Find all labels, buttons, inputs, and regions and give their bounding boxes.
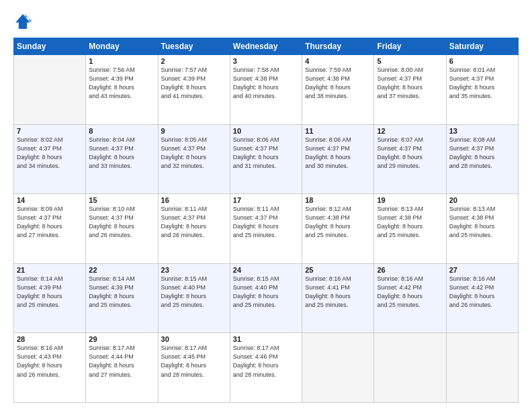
day-number: 11 xyxy=(305,127,371,135)
day-number: 7 xyxy=(17,127,83,135)
day-number: 31 xyxy=(233,335,299,343)
day-info: Sunrise: 8:16 AM Sunset: 4:42 PM Dayligh… xyxy=(449,275,515,310)
day-info: Sunrise: 8:11 AM Sunset: 4:37 PM Dayligh… xyxy=(233,205,299,240)
calendar-cell-1-7: 6Sunrise: 8:01 AM Sunset: 4:37 PM Daylig… xyxy=(446,55,518,125)
day-number: 12 xyxy=(377,127,443,135)
day-info: Sunrise: 8:17 AM Sunset: 4:44 PM Dayligh… xyxy=(89,344,154,379)
day-number: 10 xyxy=(233,127,299,135)
day-number: 20 xyxy=(449,196,515,204)
day-info: Sunrise: 7:59 AM Sunset: 4:38 PM Dayligh… xyxy=(305,66,371,101)
header xyxy=(13,12,519,31)
calendar-cell-5-3: 30Sunrise: 8:17 AM Sunset: 4:45 PM Dayli… xyxy=(158,333,230,403)
calendar-cell-2-2: 8Sunrise: 8:04 AM Sunset: 4:37 PM Daylig… xyxy=(86,124,158,194)
calendar-cell-3-1: 14Sunrise: 8:09 AM Sunset: 4:37 PM Dayli… xyxy=(14,194,86,264)
calendar-cell-2-6: 12Sunrise: 8:07 AM Sunset: 4:37 PM Dayli… xyxy=(374,124,446,194)
calendar-cell-1-4: 3Sunrise: 7:58 AM Sunset: 4:38 PM Daylig… xyxy=(230,55,302,125)
day-number: 30 xyxy=(161,335,227,343)
day-info: Sunrise: 8:05 AM Sunset: 4:37 PM Dayligh… xyxy=(161,136,227,171)
day-info: Sunrise: 8:10 AM Sunset: 4:37 PM Dayligh… xyxy=(89,205,154,240)
day-info: Sunrise: 8:01 AM Sunset: 4:37 PM Dayligh… xyxy=(449,66,515,101)
day-number: 5 xyxy=(377,57,443,65)
day-number: 1 xyxy=(89,57,154,65)
calendar-cell-2-7: 13Sunrise: 8:08 AM Sunset: 4:37 PM Dayli… xyxy=(446,124,518,194)
day-info: Sunrise: 8:13 AM Sunset: 4:38 PM Dayligh… xyxy=(377,205,443,240)
day-number: 14 xyxy=(17,196,83,204)
calendar-row-1: 1Sunrise: 7:56 AM Sunset: 4:39 PM Daylig… xyxy=(14,55,519,125)
calendar-cell-1-6: 5Sunrise: 8:00 AM Sunset: 4:37 PM Daylig… xyxy=(374,55,446,125)
day-number: 26 xyxy=(377,266,443,274)
svg-marker-0 xyxy=(15,14,30,29)
day-info: Sunrise: 7:57 AM Sunset: 4:39 PM Dayligh… xyxy=(161,66,227,101)
day-number: 6 xyxy=(449,57,515,65)
day-number: 8 xyxy=(89,127,154,135)
calendar-cell-4-2: 22Sunrise: 8:14 AM Sunset: 4:39 PM Dayli… xyxy=(86,263,158,333)
calendar-cell-5-6 xyxy=(374,333,446,403)
day-number: 4 xyxy=(305,57,371,65)
logo xyxy=(13,12,35,31)
day-info: Sunrise: 8:08 AM Sunset: 4:37 PM Dayligh… xyxy=(449,136,515,171)
day-info: Sunrise: 7:56 AM Sunset: 4:39 PM Dayligh… xyxy=(89,66,154,101)
weekday-sunday: Sunday xyxy=(14,38,86,55)
day-info: Sunrise: 8:06 AM Sunset: 4:37 PM Dayligh… xyxy=(233,136,299,171)
day-number: 19 xyxy=(377,196,443,204)
calendar-cell-5-1: 28Sunrise: 8:16 AM Sunset: 4:43 PM Dayli… xyxy=(14,333,86,403)
day-number: 16 xyxy=(161,196,227,204)
calendar-cell-4-1: 21Sunrise: 8:14 AM Sunset: 4:39 PM Dayli… xyxy=(14,263,86,333)
day-number: 13 xyxy=(449,127,515,135)
day-info: Sunrise: 8:11 AM Sunset: 4:37 PM Dayligh… xyxy=(161,205,227,240)
calendar-cell-5-2: 29Sunrise: 8:17 AM Sunset: 4:44 PM Dayli… xyxy=(86,333,158,403)
day-info: Sunrise: 8:15 AM Sunset: 4:40 PM Dayligh… xyxy=(161,275,227,310)
day-number: 27 xyxy=(449,266,515,274)
day-info: Sunrise: 8:13 AM Sunset: 4:38 PM Dayligh… xyxy=(449,205,515,240)
calendar-cell-1-2: 1Sunrise: 7:56 AM Sunset: 4:39 PM Daylig… xyxy=(86,55,158,125)
calendar-cell-5-4: 31Sunrise: 8:17 AM Sunset: 4:46 PM Dayli… xyxy=(230,333,302,403)
day-info: Sunrise: 8:14 AM Sunset: 4:39 PM Dayligh… xyxy=(17,275,83,310)
day-info: Sunrise: 8:02 AM Sunset: 4:37 PM Dayligh… xyxy=(17,136,83,171)
day-info: Sunrise: 8:04 AM Sunset: 4:37 PM Dayligh… xyxy=(89,136,154,171)
day-info: Sunrise: 8:16 AM Sunset: 4:41 PM Dayligh… xyxy=(305,275,371,310)
day-number: 17 xyxy=(233,196,299,204)
calendar-cell-2-1: 7Sunrise: 8:02 AM Sunset: 4:37 PM Daylig… xyxy=(14,124,86,194)
calendar-cell-4-4: 24Sunrise: 8:15 AM Sunset: 4:40 PM Dayli… xyxy=(230,263,302,333)
day-info: Sunrise: 8:16 AM Sunset: 4:43 PM Dayligh… xyxy=(17,344,83,379)
day-info: Sunrise: 8:15 AM Sunset: 4:40 PM Dayligh… xyxy=(233,275,299,310)
day-number: 23 xyxy=(161,266,227,274)
weekday-friday: Friday xyxy=(374,38,446,55)
calendar-cell-1-5: 4Sunrise: 7:59 AM Sunset: 4:38 PM Daylig… xyxy=(302,55,374,125)
weekday-thursday: Thursday xyxy=(302,38,374,55)
calendar-cell-2-4: 10Sunrise: 8:06 AM Sunset: 4:37 PM Dayli… xyxy=(230,124,302,194)
calendar-row-2: 7Sunrise: 8:02 AM Sunset: 4:37 PM Daylig… xyxy=(14,124,519,194)
day-info: Sunrise: 8:17 AM Sunset: 4:46 PM Dayligh… xyxy=(233,344,299,379)
day-info: Sunrise: 8:00 AM Sunset: 4:37 PM Dayligh… xyxy=(377,66,443,101)
calendar-cell-5-7 xyxy=(446,333,518,403)
day-info: Sunrise: 8:14 AM Sunset: 4:39 PM Dayligh… xyxy=(89,275,154,310)
calendar-row-4: 21Sunrise: 8:14 AM Sunset: 4:39 PM Dayli… xyxy=(14,263,519,333)
calendar-cell-1-1 xyxy=(14,55,86,125)
calendar-cell-4-6: 26Sunrise: 8:16 AM Sunset: 4:42 PM Dayli… xyxy=(374,263,446,333)
calendar-cell-4-7: 27Sunrise: 8:16 AM Sunset: 4:42 PM Dayli… xyxy=(446,263,518,333)
day-number: 3 xyxy=(233,57,299,65)
calendar-cell-3-2: 15Sunrise: 8:10 AM Sunset: 4:37 PM Dayli… xyxy=(86,194,158,264)
calendar: SundayMondayTuesdayWednesdayThursdayFrid… xyxy=(13,38,519,403)
day-number: 9 xyxy=(161,127,227,135)
weekday-wednesday: Wednesday xyxy=(230,38,302,55)
weekday-tuesday: Tuesday xyxy=(158,38,230,55)
day-number: 24 xyxy=(233,266,299,274)
day-number: 25 xyxy=(305,266,371,274)
day-info: Sunrise: 8:16 AM Sunset: 4:42 PM Dayligh… xyxy=(377,275,443,310)
page: SundayMondayTuesdayWednesdayThursdayFrid… xyxy=(0,0,532,411)
calendar-cell-2-3: 9Sunrise: 8:05 AM Sunset: 4:37 PM Daylig… xyxy=(158,124,230,194)
day-number: 15 xyxy=(89,196,154,204)
logo-icon xyxy=(13,12,32,31)
calendar-cell-3-5: 18Sunrise: 8:12 AM Sunset: 4:38 PM Dayli… xyxy=(302,194,374,264)
day-number: 29 xyxy=(89,335,154,343)
calendar-row-5: 28Sunrise: 8:16 AM Sunset: 4:43 PM Dayli… xyxy=(14,333,519,403)
day-number: 18 xyxy=(305,196,371,204)
day-info: Sunrise: 8:07 AM Sunset: 4:37 PM Dayligh… xyxy=(377,136,443,171)
day-number: 2 xyxy=(161,57,227,65)
day-info: Sunrise: 8:09 AM Sunset: 4:37 PM Dayligh… xyxy=(17,205,83,240)
calendar-cell-3-3: 16Sunrise: 8:11 AM Sunset: 4:37 PM Dayli… xyxy=(158,194,230,264)
day-number: 21 xyxy=(17,266,83,274)
day-info: Sunrise: 8:17 AM Sunset: 4:45 PM Dayligh… xyxy=(161,344,227,379)
calendar-cell-2-5: 11Sunrise: 8:06 AM Sunset: 4:37 PM Dayli… xyxy=(302,124,374,194)
